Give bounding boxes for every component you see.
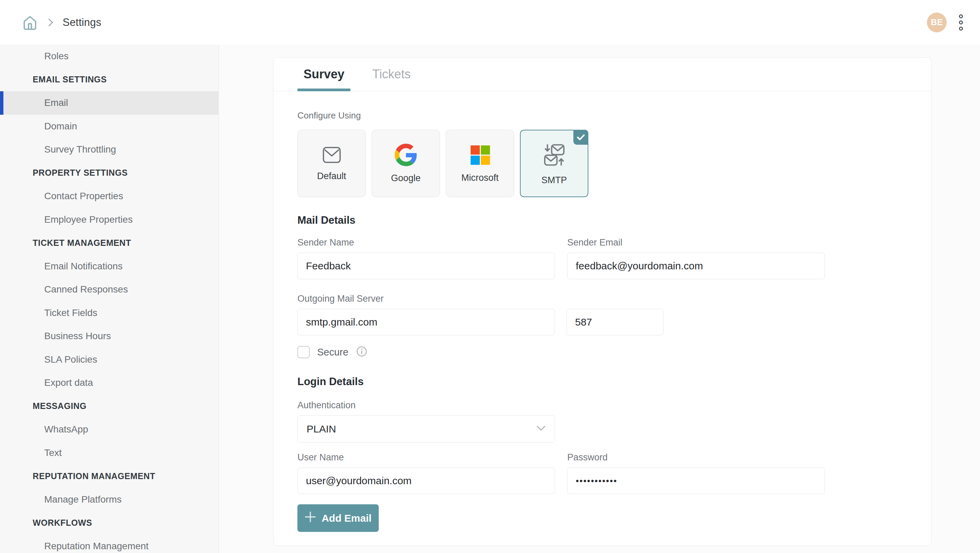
chevron-down-icon — [536, 425, 546, 433]
provider-cards: Default Google — [298, 130, 907, 197]
sidebar-section-property-settings: PROPERTY SETTINGS — [0, 168, 127, 178]
tab-bar: Survey Tickets — [274, 57, 931, 91]
avatar[interactable]: BE — [927, 13, 947, 32]
sidebar-item-roles[interactable]: Roles — [0, 51, 69, 62]
provider-card-microsoft[interactable]: Microsoft — [446, 130, 514, 197]
sender-email-input[interactable] — [567, 253, 825, 279]
tab-survey[interactable]: Survey — [298, 57, 350, 91]
sidebar-item-manage-platforms[interactable]: Manage Platforms — [0, 494, 121, 505]
secure-label: Secure — [317, 347, 348, 358]
sidebar-item-export-data[interactable]: Export data — [0, 377, 93, 388]
provider-label: SMTP — [541, 175, 567, 186]
smtp-mail-transfer-icon — [541, 142, 568, 170]
plus-icon — [305, 511, 316, 525]
sidebar-item-sla-policies[interactable]: SLA Policies — [0, 354, 97, 365]
sidebar-item-employee-properties[interactable]: Employee Properties — [0, 214, 133, 225]
page-title: Settings — [63, 16, 102, 29]
sidebar-item-email-notifications[interactable]: Email Notifications — [0, 261, 123, 272]
mail-details-heading: Mail Details — [298, 214, 907, 226]
sidebar-section-ticket-management: TICKET MANAGEMENT — [0, 238, 131, 248]
microsoft-logo-icon — [469, 144, 491, 167]
sidebar-item-whatsapp[interactable]: WhatsApp — [0, 424, 88, 435]
top-header: Settings BE — [0, 0, 980, 45]
provider-label: Microsoft — [461, 173, 499, 183]
outgoing-mail-server-label: Outgoing Mail Server — [298, 293, 555, 304]
password-label: Password — [567, 452, 825, 463]
sender-name-label: Sender Name — [298, 237, 555, 248]
sidebar-item-reputation-management[interactable]: Reputation Management — [0, 541, 149, 551]
add-email-button[interactable]: Add Email — [298, 504, 379, 532]
authentication-select[interactable]: PLAIN — [298, 416, 555, 443]
email-settings-card: Survey Tickets Configure Using Default — [273, 57, 932, 546]
sidebar-item-email[interactable]: Email — [0, 91, 218, 115]
provider-card-default[interactable]: Default — [298, 130, 366, 197]
outgoing-mail-server-input[interactable] — [298, 309, 555, 335]
envelope-icon — [322, 146, 342, 166]
secure-checkbox[interactable] — [298, 346, 310, 358]
kebab-menu-icon[interactable] — [957, 11, 965, 34]
username-input[interactable] — [298, 467, 555, 494]
sender-name-input[interactable] — [298, 253, 555, 279]
selected-check-icon — [573, 130, 588, 145]
info-icon[interactable] — [356, 346, 368, 359]
sidebar-item-contact-properties[interactable]: Contact Properties — [0, 191, 123, 202]
sidebar-section-reputation-management: REPUTATION MANAGEMENT — [0, 471, 155, 481]
sidebar-item-survey-throttling[interactable]: Survey Throttling — [0, 144, 116, 155]
provider-card-google[interactable]: Google — [372, 130, 440, 197]
configure-using-label: Configure Using — [298, 110, 907, 121]
provider-label: Default — [317, 171, 347, 182]
sidebar-section-messaging: MESSAGING — [0, 401, 86, 411]
port-input[interactable] — [566, 309, 663, 335]
sidebar-item-business-hours[interactable]: Business Hours — [0, 331, 111, 341]
google-logo-icon — [395, 144, 417, 167]
sidebar-section-workflows: WORKFLOWS — [0, 518, 92, 528]
sidebar-item-domain[interactable]: Domain — [0, 121, 77, 132]
sidebar-item-canned-responses[interactable]: Canned Responses — [0, 284, 128, 295]
provider-card-smtp[interactable]: SMTP — [520, 130, 588, 197]
sender-email-label: Sender Email — [567, 237, 825, 248]
authentication-label: Authentication — [298, 400, 907, 411]
sidebar-item-ticket-fields[interactable]: Ticket Fields — [0, 308, 97, 319]
password-input[interactable] — [567, 467, 825, 494]
settings-sidebar: Roles EMAIL SETTINGS Email Domain Survey… — [0, 45, 219, 553]
breadcrumb-chevron-icon — [48, 18, 54, 27]
authentication-value: PLAIN — [307, 423, 336, 435]
home-icon[interactable] — [21, 14, 39, 31]
sidebar-item-text[interactable]: Text — [0, 448, 62, 458]
provider-label: Google — [391, 173, 421, 183]
login-details-heading: Login Details — [298, 376, 907, 388]
main-content: Survey Tickets Configure Using Default — [219, 45, 980, 553]
sidebar-section-email-settings: EMAIL SETTINGS — [0, 75, 107, 84]
add-email-label: Add Email — [321, 513, 372, 524]
tab-tickets[interactable]: Tickets — [372, 57, 411, 91]
username-label: User Name — [298, 452, 555, 463]
